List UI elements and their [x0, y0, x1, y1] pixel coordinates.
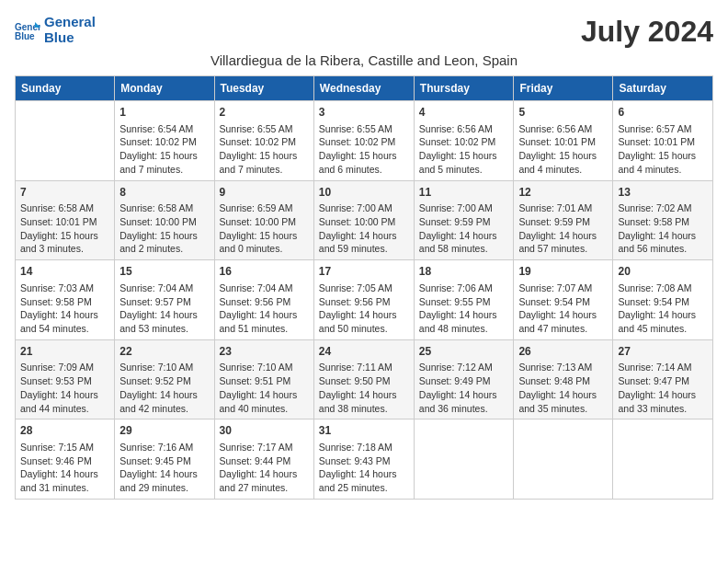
day-number: 5 — [518, 105, 608, 121]
calendar-table: SundayMondayTuesdayWednesdayThursdayFrid… — [15, 75, 713, 500]
day-number: 12 — [518, 185, 608, 201]
col-header-monday: Monday — [115, 76, 214, 101]
day-number: 6 — [618, 105, 708, 121]
cell-content: Sunrise: 7:08 AM Sunset: 9:54 PM Dayligh… — [618, 282, 708, 336]
day-number: 8 — [119, 185, 209, 201]
calendar-cell: 26Sunrise: 7:13 AM Sunset: 9:48 PM Dayli… — [514, 339, 613, 419]
day-number: 28 — [20, 423, 109, 439]
cell-content: Sunrise: 7:11 AM Sunset: 9:50 PM Dayligh… — [319, 361, 409, 415]
col-header-wednesday: Wednesday — [313, 76, 414, 101]
cell-content: Sunrise: 6:56 AM Sunset: 10:02 PM Daylig… — [419, 122, 509, 177]
day-number: 13 — [618, 185, 708, 201]
svg-text:Blue: Blue — [15, 31, 35, 40]
cell-content: Sunrise: 7:16 AM Sunset: 9:45 PM Dayligh… — [119, 441, 209, 495]
calendar-cell: 28Sunrise: 7:15 AM Sunset: 9:46 PM Dayli… — [16, 419, 115, 500]
calendar-cell: 27Sunrise: 7:14 AM Sunset: 9:47 PM Dayli… — [613, 339, 713, 419]
calendar-cell: 1Sunrise: 6:54 AM Sunset: 10:02 PM Dayli… — [115, 101, 214, 181]
cell-content: Sunrise: 6:58 AM Sunset: 10:01 PM Daylig… — [20, 201, 109, 256]
day-number: 7 — [20, 185, 109, 201]
day-number: 1 — [119, 105, 209, 121]
calendar-cell: 16Sunrise: 7:04 AM Sunset: 9:56 PM Dayli… — [214, 260, 313, 340]
logo-icon: General Blue — [15, 20, 40, 40]
day-number: 24 — [319, 344, 409, 360]
cell-content: Sunrise: 7:03 AM Sunset: 9:58 PM Dayligh… — [20, 282, 109, 336]
calendar-cell: 10Sunrise: 7:00 AM Sunset: 10:00 PM Dayl… — [313, 180, 414, 260]
calendar-cell — [16, 101, 115, 181]
calendar-cell: 19Sunrise: 7:07 AM Sunset: 9:54 PM Dayli… — [514, 260, 613, 340]
col-header-thursday: Thursday — [414, 76, 514, 101]
col-header-tuesday: Tuesday — [214, 76, 313, 101]
calendar-cell: 7Sunrise: 6:58 AM Sunset: 10:01 PM Dayli… — [16, 180, 115, 260]
calendar-cell: 20Sunrise: 7:08 AM Sunset: 9:54 PM Dayli… — [613, 260, 713, 340]
cell-content: Sunrise: 6:57 AM Sunset: 10:01 PM Daylig… — [618, 122, 708, 177]
cell-content: Sunrise: 7:10 AM Sunset: 9:52 PM Dayligh… — [119, 361, 209, 415]
calendar-cell: 15Sunrise: 7:04 AM Sunset: 9:57 PM Dayli… — [115, 260, 214, 340]
cell-content: Sunrise: 6:54 AM Sunset: 10:02 PM Daylig… — [119, 122, 209, 177]
calendar-cell: 18Sunrise: 7:06 AM Sunset: 9:55 PM Dayli… — [414, 260, 514, 340]
day-number: 16 — [220, 264, 309, 280]
calendar-cell — [414, 419, 514, 500]
calendar-cell: 29Sunrise: 7:16 AM Sunset: 9:45 PM Dayli… — [115, 419, 214, 500]
month-title: July 2024 — [581, 15, 713, 49]
calendar-cell: 22Sunrise: 7:10 AM Sunset: 9:52 PM Dayli… — [115, 339, 214, 419]
calendar-cell: 24Sunrise: 7:11 AM Sunset: 9:50 PM Dayli… — [313, 339, 414, 419]
cell-content: Sunrise: 7:00 AM Sunset: 9:59 PM Dayligh… — [419, 201, 509, 256]
calendar-cell: 13Sunrise: 7:02 AM Sunset: 9:58 PM Dayli… — [613, 180, 713, 260]
cell-content: Sunrise: 7:14 AM Sunset: 9:47 PM Dayligh… — [618, 361, 708, 415]
cell-content: Sunrise: 6:56 AM Sunset: 10:01 PM Daylig… — [518, 122, 608, 177]
day-number: 3 — [319, 105, 409, 121]
day-number: 18 — [419, 264, 509, 280]
col-header-sunday: Sunday — [16, 76, 115, 101]
calendar-cell: 9Sunrise: 6:59 AM Sunset: 10:00 PM Dayli… — [214, 180, 313, 260]
day-number: 17 — [319, 264, 409, 280]
day-number: 11 — [419, 185, 509, 201]
cell-content: Sunrise: 7:01 AM Sunset: 9:59 PM Dayligh… — [518, 201, 608, 256]
cell-content: Sunrise: 6:58 AM Sunset: 10:00 PM Daylig… — [119, 201, 209, 256]
day-number: 2 — [220, 105, 309, 121]
day-number: 22 — [119, 344, 209, 360]
calendar-cell: 17Sunrise: 7:05 AM Sunset: 9:56 PM Dayli… — [313, 260, 414, 340]
day-number: 27 — [618, 344, 708, 360]
cell-content: Sunrise: 7:13 AM Sunset: 9:48 PM Dayligh… — [518, 361, 608, 415]
calendar-cell: 5Sunrise: 6:56 AM Sunset: 10:01 PM Dayli… — [514, 101, 613, 181]
day-number: 4 — [419, 105, 509, 121]
calendar-cell: 4Sunrise: 6:56 AM Sunset: 10:02 PM Dayli… — [414, 101, 514, 181]
calendar-cell: 11Sunrise: 7:00 AM Sunset: 9:59 PM Dayli… — [414, 180, 514, 260]
calendar-cell: 30Sunrise: 7:17 AM Sunset: 9:44 PM Dayli… — [214, 419, 313, 500]
calendar-cell: 23Sunrise: 7:10 AM Sunset: 9:51 PM Dayli… — [214, 339, 313, 419]
cell-content: Sunrise: 7:00 AM Sunset: 10:00 PM Daylig… — [319, 201, 409, 256]
day-number: 15 — [119, 264, 209, 280]
cell-content: Sunrise: 7:04 AM Sunset: 9:57 PM Dayligh… — [119, 282, 209, 336]
cell-content: Sunrise: 7:06 AM Sunset: 9:55 PM Dayligh… — [419, 282, 509, 336]
day-number: 31 — [319, 423, 409, 439]
col-header-saturday: Saturday — [613, 76, 713, 101]
cell-content: Sunrise: 7:09 AM Sunset: 9:53 PM Dayligh… — [20, 361, 109, 415]
cell-content: Sunrise: 7:18 AM Sunset: 9:43 PM Dayligh… — [319, 441, 409, 495]
cell-content: Sunrise: 7:02 AM Sunset: 9:58 PM Dayligh… — [618, 201, 708, 256]
location-title: Villardiegua de la Ribera, Castille and … — [15, 52, 713, 68]
day-number: 23 — [220, 344, 309, 360]
calendar-cell — [613, 419, 713, 500]
calendar-cell: 21Sunrise: 7:09 AM Sunset: 9:53 PM Dayli… — [16, 339, 115, 419]
col-header-friday: Friday — [514, 76, 613, 101]
calendar-cell: 12Sunrise: 7:01 AM Sunset: 9:59 PM Dayli… — [514, 180, 613, 260]
cell-content: Sunrise: 7:10 AM Sunset: 9:51 PM Dayligh… — [220, 361, 309, 415]
calendar-cell: 3Sunrise: 6:55 AM Sunset: 10:02 PM Dayli… — [313, 101, 414, 181]
cell-content: Sunrise: 7:05 AM Sunset: 9:56 PM Dayligh… — [319, 282, 409, 336]
cell-content: Sunrise: 6:59 AM Sunset: 10:00 PM Daylig… — [220, 201, 309, 256]
cell-content: Sunrise: 7:07 AM Sunset: 9:54 PM Dayligh… — [518, 282, 608, 336]
cell-content: Sunrise: 7:12 AM Sunset: 9:49 PM Dayligh… — [419, 361, 509, 415]
cell-content: Sunrise: 6:55 AM Sunset: 10:02 PM Daylig… — [319, 122, 409, 177]
day-number: 20 — [618, 264, 708, 280]
day-number: 25 — [419, 344, 509, 360]
day-number: 14 — [20, 264, 109, 280]
calendar-cell: 25Sunrise: 7:12 AM Sunset: 9:49 PM Dayli… — [414, 339, 514, 419]
calendar-cell — [514, 419, 613, 500]
calendar-cell: 6Sunrise: 6:57 AM Sunset: 10:01 PM Dayli… — [613, 101, 713, 181]
day-number: 19 — [518, 264, 608, 280]
day-number: 9 — [220, 185, 309, 201]
cell-content: Sunrise: 7:15 AM Sunset: 9:46 PM Dayligh… — [20, 441, 109, 495]
cell-content: Sunrise: 7:17 AM Sunset: 9:44 PM Dayligh… — [220, 441, 309, 495]
day-number: 30 — [220, 423, 309, 439]
day-number: 29 — [119, 423, 209, 439]
